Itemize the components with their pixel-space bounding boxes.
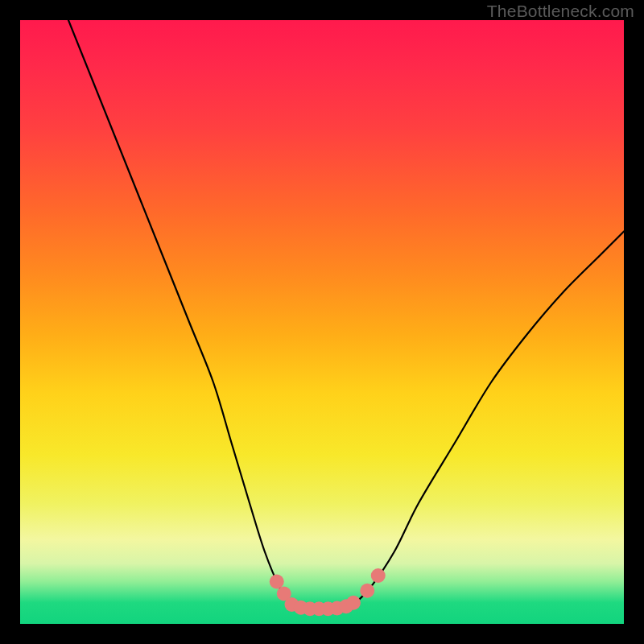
marker-point [270,575,284,589]
series-right-curve [353,232,625,606]
plot-area [20,20,624,624]
outer-frame: TheBottleneck.com [0,0,644,644]
series-left-curve [68,20,292,606]
marker-point [360,584,374,598]
marker-group [270,568,386,616]
watermark-text: TheBottleneck.com [487,2,634,21]
chart-svg [20,20,624,624]
marker-point [371,568,386,583]
marker-point [346,596,361,610]
